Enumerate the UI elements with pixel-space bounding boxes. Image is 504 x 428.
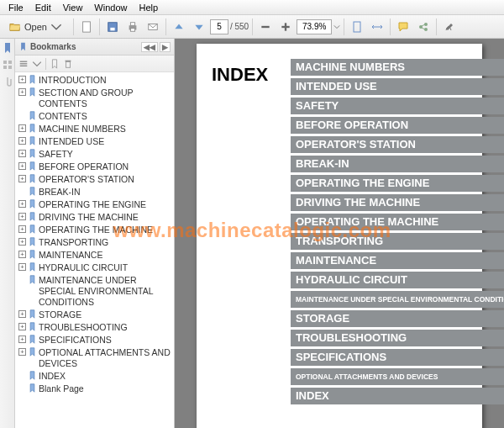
bookmark-label: OPTIONAL ATTACHMENTS AND DEVICES xyxy=(39,347,172,369)
bookmark-item[interactable]: +MAINTENANCE xyxy=(18,249,172,262)
chevron-down-icon[interactable] xyxy=(333,24,340,30)
minus-icon xyxy=(260,21,271,33)
bookmark-item[interactable]: +TRANSPORTING xyxy=(18,236,172,249)
expand-toggle[interactable]: + xyxy=(18,348,26,356)
bookmark-icon xyxy=(28,322,37,331)
bookmark-icon xyxy=(28,75,37,84)
bookmarks-rail-icon[interactable] xyxy=(2,42,13,54)
expand-toggle[interactable]: + xyxy=(18,162,26,170)
fit-page-button[interactable] xyxy=(348,18,366,36)
fit-page-icon xyxy=(351,21,363,33)
thumbnails-rail-icon[interactable] xyxy=(2,59,13,71)
bookmark-item[interactable]: +STORAGE xyxy=(18,309,172,321)
bookmark-icon xyxy=(28,174,37,183)
document-viewport[interactable]: INDEX MACHINE NUMBERSINTENDED USESAFETYB… xyxy=(175,39,504,428)
bookmark-icon xyxy=(28,262,37,272)
index-list: MACHINE NUMBERSINTENDED USESAFETYBEFORE … xyxy=(291,59,504,404)
chevron-down-icon[interactable] xyxy=(32,59,42,69)
bookmark-item[interactable]: +SECTION AND GROUP CONTENTS xyxy=(18,87,172,110)
expand-toggle[interactable]: + xyxy=(18,88,26,96)
expand-toggle[interactable]: + xyxy=(18,263,26,271)
bookmark-item[interactable]: +DRIVING THE MACHINE xyxy=(18,211,172,224)
expand-toggle[interactable]: + xyxy=(18,137,26,145)
svg-rect-17 xyxy=(8,66,12,69)
bookmark-label: MAINTENANCE xyxy=(39,250,172,261)
save-button[interactable] xyxy=(103,18,122,36)
menu-help[interactable]: Help xyxy=(134,2,163,13)
arrow-down-icon xyxy=(193,21,205,33)
bookmark-item[interactable]: CONTENTS xyxy=(18,110,172,123)
open-button[interactable]: Open xyxy=(2,18,70,36)
share-button[interactable] xyxy=(414,18,433,36)
bookmark-item[interactable]: +OPERATOR'S STATION xyxy=(18,173,172,186)
svg-rect-22 xyxy=(66,60,71,61)
print-button[interactable] xyxy=(123,18,142,36)
create-pdf-button[interactable] xyxy=(77,18,96,36)
bookmark-item[interactable]: +OPTIONAL ATTACHMENTS AND DEVICES xyxy=(18,346,172,370)
options-icon[interactable] xyxy=(18,59,29,69)
expand-toggle xyxy=(18,276,26,283)
bookmark-label: OPERATING THE MACHINE xyxy=(39,225,172,235)
expand-toggle[interactable]: + xyxy=(18,213,26,220)
delete-bookmark-icon[interactable] xyxy=(63,59,73,69)
bookmark-item[interactable]: +OPERATING THE ENGINE xyxy=(18,198,172,211)
page-up-button[interactable] xyxy=(170,18,188,36)
bookmark-icon xyxy=(28,136,37,145)
expand-toggle[interactable]: + xyxy=(18,76,26,83)
index-entry: MACHINE NUMBERS xyxy=(291,59,504,76)
zoom-out-button[interactable] xyxy=(256,18,275,36)
bookmark-item[interactable]: +INTENDED USE xyxy=(18,135,172,148)
bookmark-item[interactable]: BREAK-IN xyxy=(18,186,172,198)
expand-toggle xyxy=(18,384,26,392)
attachments-rail-icon[interactable] xyxy=(2,76,13,87)
bookmark-item[interactable]: INDEX xyxy=(18,370,172,383)
expand-toggle[interactable]: + xyxy=(18,323,26,330)
panel-close-button[interactable]: ▶ xyxy=(160,42,171,52)
menu-file[interactable]: File xyxy=(3,2,29,13)
sign-button[interactable] xyxy=(440,18,459,36)
new-bookmark-icon[interactable] xyxy=(50,59,60,69)
bookmark-icon xyxy=(18,42,28,51)
bookmark-item[interactable]: +SAFETY xyxy=(18,148,172,161)
menu-edit[interactable]: Edit xyxy=(30,2,56,13)
bookmark-icon xyxy=(28,111,37,120)
page-number-input[interactable] xyxy=(210,19,228,34)
bookmark-item[interactable]: +BEFORE OPERATION xyxy=(18,161,172,173)
menu-view[interactable]: View xyxy=(58,2,88,13)
bookmark-label: INTENDED USE xyxy=(39,136,172,147)
expand-toggle[interactable]: + xyxy=(18,225,26,233)
bookmark-item[interactable]: +INTRODUCTION xyxy=(18,74,172,87)
expand-toggle[interactable]: + xyxy=(18,124,26,132)
arrow-up-icon xyxy=(173,21,185,33)
expand-toggle[interactable]: + xyxy=(18,238,26,246)
bookmark-icon xyxy=(28,87,37,97)
email-button[interactable] xyxy=(144,18,162,36)
bookmark-item[interactable]: Blank Page xyxy=(18,383,172,395)
bookmark-item[interactable]: MAINTENANCE UNDER SPECIAL ENVIRONMENTAL … xyxy=(18,274,172,309)
expand-toggle[interactable]: + xyxy=(18,251,26,258)
bookmark-label: SECTION AND GROUP CONTENTS xyxy=(39,87,172,109)
index-entry: BREAK-IN xyxy=(291,156,504,172)
bookmark-item[interactable]: +SPECIFICATIONS xyxy=(18,334,172,346)
zoom-in-button[interactable] xyxy=(276,18,295,36)
expand-toggle[interactable]: + xyxy=(18,310,26,318)
bookmark-item[interactable]: +OPERATING THE MACHINE xyxy=(18,224,172,236)
expand-toggle[interactable]: + xyxy=(18,150,26,157)
bookmark-label: Blank Page xyxy=(39,383,172,394)
zoom-input[interactable] xyxy=(297,19,332,34)
document-icon xyxy=(81,21,92,33)
bookmark-item[interactable]: +HYDRAULIC CIRCUIT xyxy=(18,262,172,274)
svg-rect-7 xyxy=(262,25,270,27)
expand-toggle[interactable]: + xyxy=(18,336,26,343)
fit-width-button[interactable] xyxy=(368,18,386,36)
bookmarks-tree[interactable]: +INTRODUCTION+SECTION AND GROUP CONTENTS… xyxy=(15,72,174,428)
expand-toggle[interactable]: + xyxy=(18,200,26,208)
menu-window[interactable]: Window xyxy=(89,2,132,13)
expand-toggle[interactable]: + xyxy=(18,175,26,182)
bookmark-item[interactable]: +MACHINE NUMBERS xyxy=(18,123,172,135)
panel-collapse-button[interactable]: ◀◀ xyxy=(141,42,158,52)
bookmark-item[interactable]: +TROUBLESHOOTING xyxy=(18,321,172,334)
bookmark-label: BREAK-IN xyxy=(39,187,172,198)
page-down-button[interactable] xyxy=(190,18,208,36)
comment-button[interactable] xyxy=(394,18,412,36)
